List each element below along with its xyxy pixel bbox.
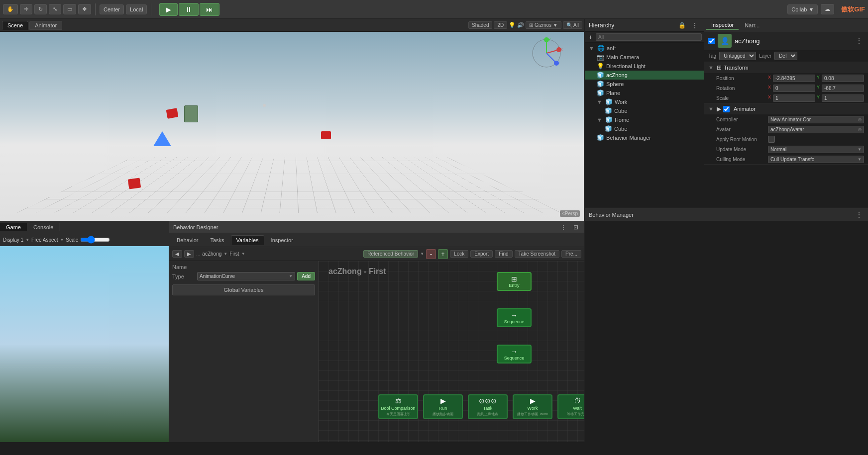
game-tab[interactable]: Game — [0, 223, 27, 231]
search-all-btn[interactable]: 🔍 All — [563, 21, 582, 29]
bd-pref-btn[interactable]: Pre... — [561, 250, 581, 258]
animator-enabled-checkbox[interactable] — [723, 106, 730, 112]
node-work[interactable]: ▶ Work 播放工作动画_Work — [513, 394, 552, 419]
type-dropdown[interactable]: AnimationCurve ▼ — [197, 272, 295, 280]
hand-tool-btn[interactable]: ✋ — [3, 4, 18, 14]
pos-y-field[interactable]: 0.08 — [822, 75, 864, 82]
hierarchy-add-btn[interactable]: + — [587, 33, 594, 42]
avatar-value[interactable]: acZhongAvatar ◎ — [768, 126, 864, 133]
bd-find-btn[interactable]: Find — [495, 250, 512, 258]
behavior-graph[interactable]: acZhong - First — [319, 261, 584, 442]
add-variable-btn[interactable]: Add — [297, 272, 315, 280]
bd-menu-btn[interactable]: ⋮ — [558, 223, 568, 232]
apply-root-motion-value — [768, 136, 864, 143]
node-sequence1[interactable]: → Sequence — [497, 308, 532, 327]
gizmos-btn[interactable]: ⊞ Gizmos ▼ — [526, 21, 561, 29]
hier-item-ani[interactable]: ▼ 🌐 ani* — [585, 44, 704, 53]
scale-y-field[interactable]: 1 — [822, 94, 864, 102]
bd-nav-next[interactable]: ▶ — [184, 250, 194, 258]
bd-minus-btn[interactable]: - — [426, 249, 436, 259]
hierarchy-search-input[interactable] — [596, 33, 702, 41]
node-sequence2[interactable]: → Sequence — [497, 345, 532, 364]
move-tool-btn[interactable]: ✛ — [20, 4, 32, 14]
bd-lock-btn[interactable]: Lock — [450, 250, 468, 258]
hier-item-cube1[interactable]: 🧊 Cube — [585, 106, 704, 115]
bd-tab-behavior[interactable]: Behavior — [171, 235, 204, 245]
hier-item-main-camera[interactable]: 📷 Main Camera — [585, 53, 704, 62]
hier-icon-home: 🧊 — [605, 116, 613, 123]
bd-tab-variables[interactable]: Variables — [231, 235, 264, 245]
apply-root-motion-checkbox[interactable] — [768, 136, 775, 143]
bd-maximize-btn[interactable]: ⊡ — [571, 223, 580, 232]
rect-tool-btn[interactable]: ▭ — [63, 4, 76, 14]
bd-plus-btn[interactable]: + — [438, 249, 448, 259]
culling-mode-value[interactable]: Cull Update Transfo ▼ — [768, 156, 864, 163]
collab-btn[interactable]: Collab ▼ — [787, 4, 818, 14]
sep2 — [151, 3, 151, 15]
bd-nav-prev[interactable]: ◀ — [172, 250, 182, 258]
node-bool-comparison[interactable]: ⚖ Bool Comparison 今天是否要上班 — [378, 394, 418, 419]
wait-icon: ⏱ — [574, 397, 581, 405]
obj-menu-btn[interactable]: ⋮ — [854, 36, 864, 45]
multi-tool-btn[interactable]: ❖ — [78, 4, 91, 14]
hier-icon-bm: 🧊 — [597, 134, 604, 141]
shaded-btn[interactable]: Shaded — [468, 21, 492, 29]
hier-item-behavior-manager[interactable]: 🧊 Behavior Manager — [585, 133, 704, 142]
pause-button[interactable]: ⏸ — [179, 3, 199, 16]
bd-export-btn[interactable]: Export — [470, 250, 493, 258]
bm-menu-btn[interactable]: ⋮ — [854, 210, 864, 219]
transform-header[interactable]: ▼ ⊞ Transform — [704, 62, 868, 73]
animator-header[interactable]: ▼ ▶ Animator — [704, 103, 868, 114]
rot-x-field[interactable]: 0 — [773, 85, 815, 92]
scale-tool-btn[interactable]: ⤡ — [49, 4, 61, 14]
position-row: Position X -2.84395 Y 0.08 — [704, 73, 868, 83]
rotate-tool-btn[interactable]: ↻ — [34, 4, 47, 14]
bd-tab-inspector[interactable]: Inspector — [265, 235, 299, 245]
persp-label[interactable]: <Persp — [560, 210, 580, 217]
step-button[interactable]: ⏭ — [200, 3, 219, 16]
pos-x-field[interactable]: -2.84395 — [773, 75, 815, 82]
animator-tab-btn[interactable]: Animator — [29, 21, 62, 30]
hierarchy-menu-btn[interactable]: ⋮ — [690, 21, 700, 30]
rotation-value: X 0 Y -66.7 — [768, 85, 864, 92]
hier-icon-cam: 📷 — [597, 54, 604, 61]
seq1-node-label: Sequence — [504, 319, 525, 324]
node-entry[interactable]: ⊞ Entry — [497, 272, 532, 291]
pivot-center-btn[interactable]: Center — [100, 4, 124, 14]
console-tab[interactable]: Console — [27, 223, 60, 231]
hier-item-sphere[interactable]: 🧊 Sphere — [585, 80, 704, 89]
play-button[interactable]: ▶ — [159, 3, 178, 16]
scale-x-field[interactable]: 1 — [773, 94, 815, 102]
rot-y-field[interactable]: -66.7 — [822, 85, 864, 92]
type-dropdown-value: AnimationCurve — [200, 273, 235, 279]
bd-tab-tasks[interactable]: Tasks — [205, 235, 229, 245]
hier-item-plane[interactable]: 🧊 Plane — [585, 89, 704, 97]
hierarchy-lock-btn[interactable]: 🔒 — [676, 21, 688, 30]
scale-slider[interactable] — [80, 236, 110, 244]
scene-tab-btn[interactable]: Scene — [2, 21, 28, 30]
animator-icon: ▶ — [717, 105, 721, 112]
node-run1[interactable]: ▶ Run 播放跑步动画 — [423, 394, 463, 419]
hier-item-aczhong[interactable]: 🧊 acZhong — [585, 71, 704, 80]
hier-item-dir-light[interactable]: 💡 Directional Light — [585, 62, 704, 71]
node-task[interactable]: ⊙⊙⊙ Task 跑到上班地点 — [468, 394, 508, 419]
global-variables-btn[interactable]: Global Variables — [172, 284, 315, 295]
insp-tab-inspector[interactable]: Inspector — [706, 21, 739, 30]
hier-item-work[interactable]: ▼ 🧊 Work — [585, 97, 704, 106]
2d-btn[interactable]: 2D — [494, 21, 507, 29]
rot-y-axis: Y — [817, 85, 820, 92]
account-btn[interactable]: ☁ — [821, 4, 834, 14]
layer-dropdown[interactable]: Def — [774, 52, 797, 60]
obj-active-checkbox[interactable] — [708, 38, 715, 44]
update-mode-value[interactable]: Normal ▼ — [768, 146, 864, 153]
hier-item-cube2[interactable]: 🧊 Cube — [585, 124, 704, 133]
bd-screenshot-btn[interactable]: Take Screenshot — [515, 250, 560, 258]
node-wait[interactable]: ⏱ Wait 等待工作完成 — [557, 394, 584, 419]
controller-value-text: New Animator Cor — [770, 117, 811, 122]
hier-item-home[interactable]: ▼ 🧊 Home — [585, 115, 704, 124]
pivot-local-btn[interactable]: Local — [126, 4, 147, 14]
bd-referenced-behavior-btn[interactable]: Referenced Behavior — [363, 250, 418, 258]
controller-value[interactable]: New Animator Cor ◎ — [768, 116, 864, 123]
tag-dropdown[interactable]: Untagged — [719, 52, 756, 60]
insp-tab-nav[interactable]: Narr... — [740, 21, 764, 29]
